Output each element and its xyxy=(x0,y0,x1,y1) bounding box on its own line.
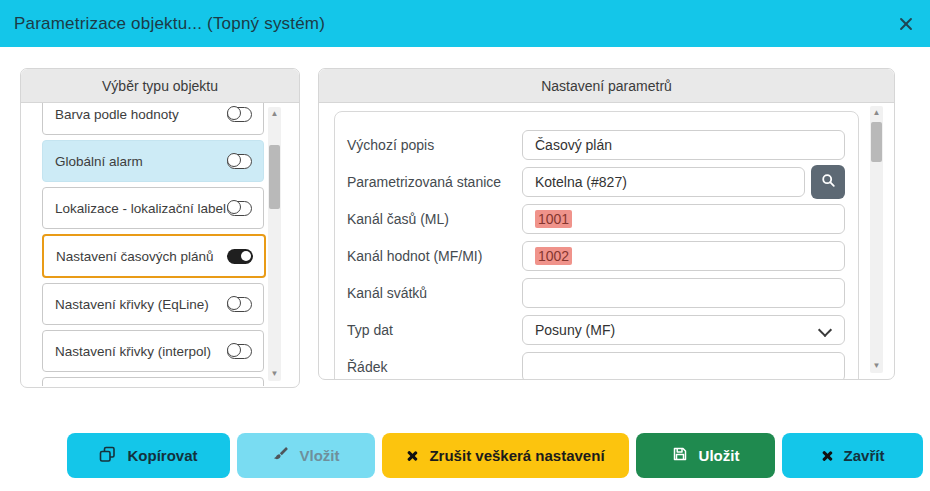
scroll-up-icon[interactable]: ▲ xyxy=(870,108,883,118)
station-search-button[interactable] xyxy=(811,165,845,199)
radek-input[interactable] xyxy=(522,352,845,380)
button-label: Uložit xyxy=(699,447,740,464)
toggle-off-icon[interactable] xyxy=(227,297,252,312)
x-icon xyxy=(821,450,833,462)
typ-dat-select[interactable]: Posuny (MF) xyxy=(522,315,845,345)
scrollbar-thumb[interactable] xyxy=(871,122,882,162)
parameters-form: Výchozí popis Časový plán Parametrizovan… xyxy=(334,111,859,380)
list-item-label: Globální alarm xyxy=(43,154,227,169)
copy-icon xyxy=(99,446,116,466)
form-row-kanal-casu: Kanál časů (ML) 1001 xyxy=(347,204,845,234)
vychozi-popis-input[interactable]: Časový plán xyxy=(522,130,845,160)
parameters-panel: Nastavení parametrů Výchozí popis Časový… xyxy=(318,68,895,380)
stanice-input[interactable]: Kotelna (#827) xyxy=(522,167,805,197)
field-label: Kanál hodnot (MF/MI) xyxy=(347,248,522,264)
scroll-down-icon[interactable]: ▼ xyxy=(870,361,883,371)
field-label: Typ dat xyxy=(347,322,522,338)
object-type-panel-title: Výběr typu objektu xyxy=(21,69,299,103)
button-label: Zavřít xyxy=(844,447,885,464)
form-row-parametrizovana-stanice: Parametrizovaná stanice Kotelna (#827) xyxy=(347,167,845,197)
field-label: Výchozí popis xyxy=(347,137,522,153)
input-value: Kotelna (#827) xyxy=(535,174,627,190)
input-value-highlighted: 1001 xyxy=(535,210,572,228)
close-icon[interactable] xyxy=(898,16,914,32)
input-value: Časový plán xyxy=(535,137,612,153)
toggle-off-icon[interactable] xyxy=(227,154,252,169)
form-row-kanal-svatku: Kanál svátků xyxy=(347,278,845,308)
toggle-off-icon[interactable] xyxy=(227,201,252,216)
form-row-typ-dat: Typ dat Posuny (MF) xyxy=(347,315,845,345)
object-type-list: Barva podle hodnoty Globální alarm Lokal… xyxy=(21,103,299,386)
toggle-off-icon[interactable] xyxy=(227,344,252,359)
list-item-nastaveni-krivky-eqline[interactable]: Nastavení křivky (EqLine) xyxy=(42,283,264,325)
close-button[interactable]: Zavřít xyxy=(782,433,923,478)
chevron-down-icon xyxy=(818,323,832,337)
scrollbar-thumb[interactable] xyxy=(269,145,280,209)
list-item-barva-podle-hodnoty[interactable]: Barva podle hodnoty xyxy=(42,103,264,135)
dialog-footer: Kopírovat Vložit Zrušit veškerá nastaven… xyxy=(67,433,923,478)
dialog-titlebar: Parametrizace objektu... (Topný systém) xyxy=(0,0,930,47)
x-icon xyxy=(406,450,418,462)
field-label: Kanál svátků xyxy=(347,285,522,301)
button-label: Vložit xyxy=(300,447,340,464)
list-item-nastaveni-casovych-planu[interactable]: Nastavení časových plánů xyxy=(42,234,266,278)
kanal-hodnot-input[interactable]: 1002 xyxy=(522,241,845,271)
list-item-lokalizace[interactable]: Lokalizace - lokalizační label xyxy=(42,187,264,229)
object-type-panel: Výběr typu objektu Barva podle hodnoty G… xyxy=(20,68,300,388)
reset-all-settings-button[interactable]: Zrušit veškerá nastavení xyxy=(382,433,629,478)
parametrization-dialog: Parametrizace objektu... (Topný systém) … xyxy=(0,0,930,491)
list-item-clipped-bottom[interactable]: Nastavení teplotních plánů xyxy=(42,377,264,386)
brush-icon xyxy=(273,446,289,465)
copy-button[interactable]: Kopírovat xyxy=(67,433,230,478)
kanal-svatku-input[interactable] xyxy=(522,278,845,308)
scroll-down-icon[interactable]: ▼ xyxy=(268,369,281,379)
input-value-highlighted: 1002 xyxy=(535,247,572,265)
field-label: Parametrizovaná stanice xyxy=(347,174,522,190)
kanal-casu-input[interactable]: 1001 xyxy=(522,204,845,234)
button-label: Kopírovat xyxy=(127,447,197,464)
toggle-on-icon[interactable] xyxy=(227,249,253,264)
list-item-label: Nastavení křivky (interpol) xyxy=(43,344,227,359)
list-item-label: Barva podle hodnoty xyxy=(43,107,227,122)
list-item-globalni-alarm[interactable]: Globální alarm xyxy=(42,140,264,182)
list-item-label: Nastavení křivky (EqLine) xyxy=(43,297,227,312)
toggle-off-icon[interactable] xyxy=(227,107,252,122)
selected-option: Posuny (MF) xyxy=(535,322,615,338)
button-label: Zrušit veškerá nastavení xyxy=(429,447,604,464)
save-button[interactable]: Uložit xyxy=(636,433,775,478)
field-label: Řádek xyxy=(347,359,522,375)
scroll-up-icon[interactable]: ▲ xyxy=(268,109,281,119)
list-item-label: Nastavení časových plánů xyxy=(44,249,227,264)
search-icon xyxy=(821,173,836,191)
paste-button[interactable]: Vložit xyxy=(237,433,375,478)
field-label: Kanál časů (ML) xyxy=(347,211,522,227)
parameters-panel-title: Nastavení parametrů xyxy=(319,69,894,103)
object-type-scrollbar[interactable]: ▲ ▼ xyxy=(268,107,281,381)
list-item-label: Lokalizace - lokalizační label xyxy=(43,201,227,216)
form-row-vychozi-popis: Výchozí popis Časový plán xyxy=(347,130,845,160)
form-row-radek: Řádek xyxy=(347,352,845,380)
dialog-title: Parametrizace objektu... (Topný systém) xyxy=(14,14,325,34)
form-row-kanal-hodnot: Kanál hodnot (MF/MI) 1002 xyxy=(347,241,845,271)
parameters-scrollbar[interactable]: ▲ ▼ xyxy=(870,106,883,373)
list-item-nastaveni-krivky-interpol[interactable]: Nastavení křivky (interpol) xyxy=(42,330,264,372)
save-icon xyxy=(672,446,688,465)
